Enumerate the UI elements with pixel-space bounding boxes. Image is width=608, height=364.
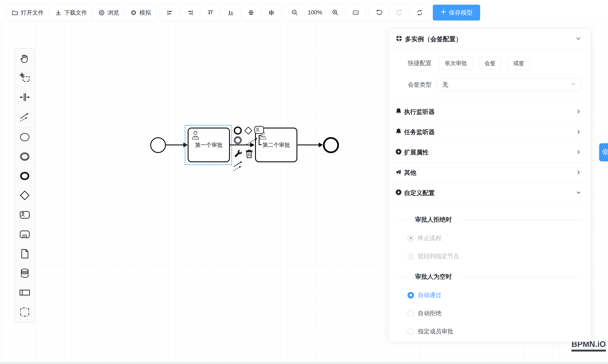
- trash-icon[interactable]: [245, 149, 254, 159]
- multi-instance-icon: [395, 35, 403, 44]
- align-right-icon: [187, 9, 194, 16]
- palette-start-event[interactable]: [14, 128, 35, 147]
- user-icon: [191, 130, 200, 141]
- palette-user-task[interactable]: [14, 206, 35, 225]
- multi-type-select[interactable]: 无: [437, 78, 581, 91]
- task-label: 第一个审批: [195, 141, 223, 149]
- end-event-node[interactable]: [323, 137, 339, 153]
- data-object-icon: [19, 248, 30, 260]
- hand-tool-icon: [19, 53, 30, 65]
- open-file-label: 打开文件: [21, 9, 44, 16]
- simulate-button[interactable]: 模拟: [125, 5, 156, 20]
- undo-button[interactable]: [369, 5, 389, 20]
- save-model-label: 保存模型: [449, 9, 473, 17]
- align-top-button[interactable]: [200, 5, 221, 20]
- radio-auto-pass[interactable]: 自动通过: [408, 291, 591, 299]
- append-user-task-icon[interactable]: [254, 126, 264, 135]
- bell-icon: [395, 108, 402, 116]
- radio-circle[interactable]: [408, 310, 414, 317]
- radio-circle[interactable]: [408, 253, 414, 260]
- zoom-level-value: 100%: [308, 9, 322, 16]
- section-custom-config[interactable]: 自定义配置: [389, 183, 591, 203]
- align-vertical-center-icon: [248, 9, 254, 16]
- append-text-annotation-icon[interactable]: [243, 135, 265, 147]
- chevron-down-icon: [571, 81, 576, 88]
- align-right-button[interactable]: [180, 5, 200, 20]
- section-other[interactable]: 其他: [389, 163, 591, 183]
- wrench-icon[interactable]: [234, 149, 243, 159]
- quick-config-row: 快捷配置 依次审批 会签 或签: [389, 57, 591, 69]
- space-tool[interactable]: [14, 88, 35, 107]
- sequence-flow-3[interactable]: [298, 144, 319, 145]
- align-top-icon: [207, 9, 214, 16]
- fit-viewport-button[interactable]: 1:1: [345, 5, 366, 20]
- quick-option-sequential-button[interactable]: 依次审批: [439, 57, 473, 69]
- end-event-icon: [19, 170, 30, 182]
- chevron-right-icon: [576, 129, 581, 135]
- radio-circle[interactable]: [408, 328, 414, 335]
- chevron-down-icon[interactable]: [576, 36, 581, 42]
- quick-config-label: 快捷配置: [389, 59, 432, 67]
- sequence-flow-1[interactable]: [165, 144, 184, 145]
- plus-icon: [440, 9, 446, 16]
- section-task-listener[interactable]: 任务监听器: [389, 122, 591, 143]
- align-bottom-icon: [227, 9, 234, 16]
- zoom-level[interactable]: 100%: [305, 5, 325, 20]
- multi-type-value: 无: [442, 81, 448, 89]
- quick-option-countersign-button[interactable]: 会签: [479, 57, 501, 69]
- preview-label: 浏览: [107, 9, 119, 16]
- palette-intermediate-event[interactable]: [14, 147, 35, 167]
- append-intermediate-event-icon[interactable]: [233, 136, 242, 145]
- section-extended-properties[interactable]: 扩展属性: [389, 143, 591, 163]
- history-button-group: [369, 5, 430, 21]
- radio-circle[interactable]: [408, 292, 414, 299]
- radio-terminate-process[interactable]: 终止流程: [408, 234, 591, 242]
- panel-header-multi-instance[interactable]: 多实例（会签配置）: [389, 29, 591, 49]
- align-left-button[interactable]: [160, 5, 180, 20]
- connect-icon[interactable]: [233, 159, 246, 172]
- radio-circle[interactable]: [408, 235, 414, 241]
- palette-group[interactable]: [14, 303, 35, 322]
- download-file-button[interactable]: 下载文件: [50, 5, 93, 20]
- radio-assign-member[interactable]: 指定成员审批: [408, 327, 591, 336]
- download-file-label: 下载文件: [64, 9, 87, 16]
- redo-button[interactable]: [389, 5, 410, 20]
- refresh-icon: [416, 9, 423, 16]
- align-bottom-button[interactable]: [221, 5, 241, 20]
- section-label: 任务监听器: [404, 128, 435, 136]
- simulate-icon: [130, 9, 137, 16]
- settings-toggle-button[interactable]: [599, 143, 608, 161]
- radio-return-to-node[interactable]: 驳回到指定节点: [408, 252, 591, 260]
- open-file-button[interactable]: 打开文件: [6, 5, 50, 20]
- plus-circle-icon: [395, 148, 402, 156]
- start-event-node[interactable]: [150, 137, 166, 153]
- folder-icon: [12, 9, 18, 16]
- radio-auto-reject[interactable]: 自动拒绝: [408, 309, 591, 317]
- align-button-group: [159, 5, 281, 21]
- palette-separator: [17, 127, 33, 127]
- palette-data-object[interactable]: [14, 245, 35, 264]
- align-horizontal-center-button[interactable]: [261, 5, 281, 20]
- reject-group-title: 审批人拒绝时: [398, 216, 581, 224]
- palette-participant[interactable]: [14, 283, 35, 303]
- zoom-in-icon: [332, 9, 339, 16]
- download-icon: [55, 9, 62, 16]
- append-end-event-icon[interactable]: [233, 126, 242, 136]
- palette-data-store[interactable]: [14, 264, 35, 283]
- quick-option-orsign-button[interactable]: 或签: [508, 57, 530, 69]
- zoom-in-button[interactable]: [325, 5, 345, 20]
- palette-gateway[interactable]: [14, 186, 35, 206]
- palette-subprocess[interactable]: [14, 225, 35, 245]
- palette-end-event[interactable]: [14, 167, 35, 186]
- align-vertical-center-button[interactable]: [241, 5, 261, 20]
- hand-tool[interactable]: [14, 49, 35, 68]
- refresh-button[interactable]: [410, 5, 430, 20]
- connect-tool[interactable]: [14, 107, 35, 127]
- lasso-tool[interactable]: [14, 68, 35, 88]
- preview-button[interactable]: 浏览: [93, 5, 125, 20]
- user-task-icon: [19, 209, 30, 221]
- save-model-button[interactable]: 保存模型: [433, 5, 480, 21]
- task-node-first[interactable]: 第一个审批: [188, 128, 230, 162]
- zoom-out-button[interactable]: [285, 5, 305, 20]
- section-execution-listener[interactable]: 执行监听器: [389, 102, 591, 122]
